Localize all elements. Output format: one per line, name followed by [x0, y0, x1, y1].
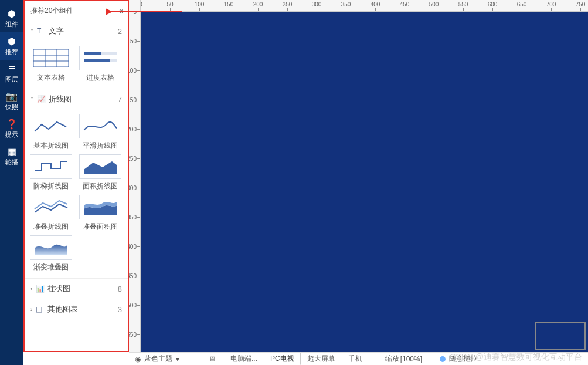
ruler-h-tick: 500 [429, 1, 439, 8]
ruler-h-tick: 350 [341, 1, 351, 8]
rail-item-推荐[interactable]: ⬢推荐 [0, 32, 23, 60]
zoom-value: [100%] [400, 355, 422, 363]
component-thumb [30, 46, 72, 70]
svg-rect-0 [33, 49, 69, 67]
rail-label: 快照 [5, 103, 18, 111]
rail-item-快照[interactable]: 📷快照 [0, 87, 23, 115]
ruler-v-tick: 300 [129, 185, 137, 191]
free-drag-toggle[interactable]: 随意拖拉 [434, 353, 483, 366]
theme-label: 蓝色主题 [144, 354, 172, 364]
cube-ai-icon: ⬢ [8, 37, 16, 46]
component-thumb [79, 154, 121, 179]
group-header-文字[interactable]: ˅T文字2 [25, 21, 128, 41]
rail-item-轮播[interactable]: ▦轮播 [0, 143, 23, 170]
device-tab-手机[interactable]: 手机 [342, 353, 369, 365]
group-body-文字: 文本表格进度表格 [25, 41, 128, 89]
ruler-h-tick: 750 [576, 1, 586, 8]
component-thumb [30, 195, 72, 219]
chevron-down-icon: ▾ [176, 355, 179, 363]
device-tab-PC电视[interactable]: PC电视 [264, 353, 301, 365]
rail-label: 轮播 [5, 158, 18, 167]
component-label: 堆叠面积图 [83, 222, 118, 232]
toggle-dot-icon [440, 356, 446, 362]
line-chart-icon: 📈 [37, 95, 45, 103]
ruler-h-tick: 700 [546, 1, 556, 8]
group-name: 文字 [49, 26, 118, 36]
design-canvas[interactable] [141, 12, 588, 352]
ruler-h-tick: 50 [166, 1, 173, 8]
ruler-horizontal: 0501001502002503003504004505005506006507… [141, 0, 588, 12]
zoom-label: 缩放 [385, 354, 399, 364]
status-bar: ◉ 蓝色主题 ▾ 🖥 电脑端...PC电视超大屏幕手机 缩放 [100%] 随意… [129, 352, 588, 365]
palette-icon: ◉ [135, 355, 141, 363]
camera-icon: 📷 [6, 92, 18, 102]
rail-item-图层[interactable]: ≣图层 [0, 60, 23, 87]
ruler-h-tick: 450 [400, 1, 410, 8]
free-drag-label: 随意拖拉 [449, 354, 477, 364]
component-label: 进度表格 [86, 73, 114, 83]
recommend-panel: 推荐20个组件 « ˅T文字2文本表格进度表格˅📈折线图7基本折线图平滑折线图阶… [23, 0, 129, 352]
component-stack-line[interactable]: 堆叠折线图 [28, 195, 74, 232]
ruler-vertical: 050100150200250300350400450500550 [129, 12, 141, 352]
component-step-line[interactable]: 阶梯折线图 [28, 154, 74, 191]
ruler-h-tick: 0 [141, 1, 142, 8]
ruler-v-tick: 450 [129, 273, 137, 279]
layers-icon: ≣ [8, 65, 16, 74]
component-gradient-stack[interactable]: 渐变堆叠图 [28, 235, 74, 272]
component-label: 基本折线图 [33, 141, 69, 151]
rail-item-组件[interactable]: ⬢组件 [0, 5, 23, 32]
bar-chart-icon: 📊 [36, 285, 44, 293]
component-progress-table[interactable]: 进度表格 [77, 46, 123, 83]
ruler-v-tick: 250 [129, 156, 137, 162]
ruler-v-tick: 0 [133, 12, 137, 15]
ruler-v-tick: 400 [129, 244, 137, 250]
component-thumb [30, 235, 72, 260]
ruler-v-tick: 500 [129, 302, 137, 309]
group-header-其他图表[interactable]: ›◫其他图表3 [25, 299, 128, 319]
collapse-icon[interactable]: « [118, 6, 123, 15]
ruler-h-tick: 650 [517, 1, 527, 8]
theme-selector[interactable]: ◉ 蓝色主题 ▾ [129, 353, 185, 366]
rail-label: 提示 [5, 130, 18, 139]
ruler-h-tick: 150 [224, 1, 234, 8]
component-basic-line[interactable]: 基本折线图 [28, 114, 74, 151]
zoom-control[interactable]: 缩放 [100%] [380, 354, 427, 364]
component-label: 文本表格 [37, 73, 65, 83]
minimap[interactable] [535, 322, 586, 350]
grid-icon: ▦ [8, 147, 16, 157]
component-text-table[interactable]: 文本表格 [28, 46, 74, 83]
annotation-anchor [111, 9, 115, 13]
group-name: 柱状图 [47, 283, 117, 294]
ruler-h-tick: 300 [312, 1, 322, 8]
group-header-折线图[interactable]: ˅📈折线图7 [25, 89, 128, 109]
component-groups: ˅T文字2文本表格进度表格˅📈折线图7基本折线图平滑折线图阶梯折线图面积折线图堆… [25, 21, 128, 351]
component-label: 平滑折线图 [83, 141, 118, 151]
ruler-v-tick: 100 [129, 67, 137, 74]
component-label: 堆叠折线图 [33, 222, 69, 232]
ruler-v-tick: 150 [129, 97, 137, 103]
ruler-h-tick: 100 [195, 1, 205, 8]
ruler-v-tick: 200 [129, 126, 137, 133]
component-area-line[interactable]: 面积折线图 [77, 154, 123, 191]
chevron-right-icon: › [30, 306, 32, 313]
ruler-v-tick: 550 [129, 332, 137, 338]
device-tab-电脑端...[interactable]: 电脑端... [224, 353, 264, 365]
ruler-v-tick: 350 [129, 214, 137, 221]
component-smooth-line[interactable]: 平滑折线图 [77, 114, 123, 151]
group-body-折线图: 基本折线图平滑折线图阶梯折线图面积折线图堆叠折线图堆叠面积图渐变堆叠图 [25, 109, 128, 278]
device-tab-超大屏幕[interactable]: 超大屏幕 [301, 353, 342, 365]
group-header-柱状图[interactable]: ›📊柱状图8 [25, 278, 128, 299]
rail-item-提示[interactable]: ❓提示 [0, 115, 23, 143]
component-stack-area[interactable]: 堆叠面积图 [77, 195, 123, 232]
device-tabs: 🖥 电脑端...PC电视超大屏幕手机 [209, 353, 369, 365]
rail-label: 推荐 [5, 48, 18, 56]
canvas-area: 0501001502002503003504004505005506006507… [129, 0, 588, 352]
ruler-h-tick: 550 [458, 1, 468, 8]
svg-rect-6 [84, 52, 101, 55]
group-count: 3 [118, 305, 122, 314]
text-box-icon: T [37, 27, 45, 35]
component-thumb [30, 114, 72, 138]
ruler-h-tick: 600 [488, 1, 498, 8]
group-name: 折线图 [49, 94, 118, 104]
rail-label: 图层 [5, 75, 18, 84]
